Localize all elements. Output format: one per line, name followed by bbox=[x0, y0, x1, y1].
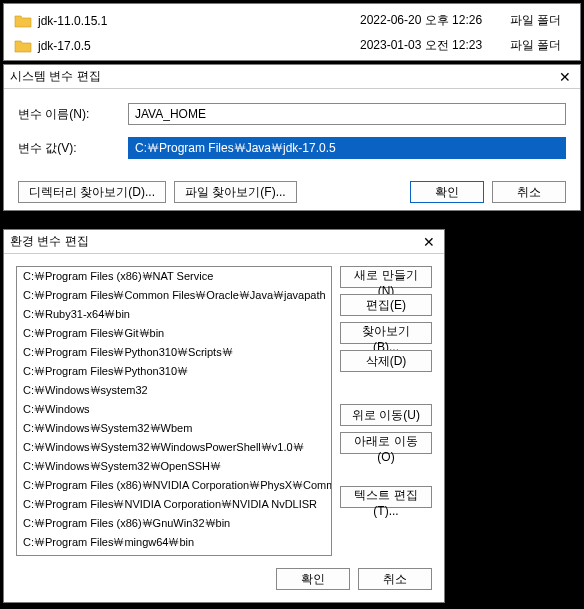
folder-icon bbox=[14, 39, 32, 53]
move-up-button[interactable]: 위로 이동(U) bbox=[340, 404, 432, 426]
list-item[interactable]: C:￦Program Files￦Python310￦ bbox=[17, 362, 331, 381]
list-item[interactable]: C:￦ProgramData￦Anaconda3￦Scripts bbox=[17, 552, 331, 555]
dialog-title: 시스템 변수 편집 bbox=[10, 68, 556, 85]
browse-button[interactable]: 찾아보기(B)... bbox=[340, 322, 432, 344]
folder-icon bbox=[14, 14, 32, 28]
list-item[interactable]: C:￦Windows￦system32 bbox=[17, 381, 331, 400]
list-item[interactable]: C:￦Windows bbox=[17, 400, 331, 419]
file-name: jdk-11.0.15.1 bbox=[38, 14, 360, 28]
file-row[interactable]: jdk-17.0.52023-01-03 오전 12:23파일 폴더 bbox=[4, 33, 580, 58]
list-item[interactable]: C:￦Windows￦System32￦OpenSSH￦ bbox=[17, 457, 331, 476]
list-item[interactable]: C:￦Program Files￦mingw64￦bin bbox=[17, 533, 331, 552]
list-item[interactable]: C:￦Program Files￦NVIDIA Corporation￦NVID… bbox=[17, 495, 331, 514]
list-item[interactable]: C:￦Ruby31-x64￦bin bbox=[17, 305, 331, 324]
close-icon[interactable]: ✕ bbox=[420, 234, 438, 250]
file-date: 2022-06-20 오후 12:26 bbox=[360, 12, 510, 29]
env-variable-dialog: 환경 변수 편집 ✕ C:￦Program Files (x86)￦NAT Se… bbox=[3, 229, 445, 603]
ok-button[interactable]: 확인 bbox=[276, 568, 350, 590]
list-item[interactable]: C:￦Program Files￦Common Files￦Oracle￦Jav… bbox=[17, 286, 331, 305]
list-item[interactable]: C:￦Program Files￦Python310￦Scripts￦ bbox=[17, 343, 331, 362]
edit-button[interactable]: 편집(E) bbox=[340, 294, 432, 316]
browse-file-button[interactable]: 파일 찾아보기(F)... bbox=[174, 181, 297, 203]
browse-dir-button[interactable]: 디렉터리 찾아보기(D)... bbox=[18, 181, 166, 203]
file-row[interactable]: jdk-11.0.15.12022-06-20 오후 12:26파일 폴더 bbox=[4, 8, 580, 33]
file-type: 파일 폴더 bbox=[510, 37, 580, 54]
var-value-input[interactable] bbox=[128, 137, 566, 159]
list-item[interactable]: C:￦Windows￦System32￦WindowsPowerShell￦v1… bbox=[17, 438, 331, 457]
cancel-button[interactable]: 취소 bbox=[492, 181, 566, 203]
list-item[interactable]: C:￦Program Files (x86)￦NVIDIA Corporatio… bbox=[17, 476, 331, 495]
var-name-label: 변수 이름(N): bbox=[18, 106, 128, 123]
list-item[interactable]: C:￦Program Files (x86)￦GnuWin32￦bin bbox=[17, 514, 331, 533]
move-down-button[interactable]: 아래로 이동(O) bbox=[340, 432, 432, 454]
side-buttons: 새로 만들기(N) 편집(E) 찾아보기(B)... 삭제(D) 위로 이동(U… bbox=[340, 266, 432, 556]
close-icon[interactable]: ✕ bbox=[556, 69, 574, 85]
cancel-button[interactable]: 취소 bbox=[358, 568, 432, 590]
dialog-titlebar: 환경 변수 편집 ✕ bbox=[4, 230, 444, 254]
list-item[interactable]: C:￦Windows￦System32￦Wbem bbox=[17, 419, 331, 438]
file-name: jdk-17.0.5 bbox=[38, 39, 360, 53]
list-item[interactable]: C:￦Program Files￦Git￦bin bbox=[17, 324, 331, 343]
var-value-label: 변수 값(V): bbox=[18, 140, 128, 157]
delete-button[interactable]: 삭제(D) bbox=[340, 350, 432, 372]
file-list-panel: jdk-11.0.15.12022-06-20 오후 12:26파일 폴더jdk… bbox=[3, 3, 581, 61]
system-variable-dialog: 시스템 변수 편집 ✕ 변수 이름(N): 변수 값(V): 디렉터리 찾아보기… bbox=[3, 64, 581, 211]
text-edit-button[interactable]: 텍스트 편집(T)... bbox=[340, 486, 432, 508]
dialog-title: 환경 변수 편집 bbox=[10, 233, 420, 250]
file-type: 파일 폴더 bbox=[510, 12, 580, 29]
path-listbox[interactable]: C:￦Program Files (x86)￦NAT ServiceC:￦Pro… bbox=[16, 266, 332, 556]
dialog-titlebar: 시스템 변수 편집 ✕ bbox=[4, 65, 580, 89]
file-date: 2023-01-03 오전 12:23 bbox=[360, 37, 510, 54]
new-button[interactable]: 새로 만들기(N) bbox=[340, 266, 432, 288]
list-item[interactable]: C:￦Program Files (x86)￦NAT Service bbox=[17, 267, 331, 286]
var-name-input[interactable] bbox=[128, 103, 566, 125]
ok-button[interactable]: 확인 bbox=[410, 181, 484, 203]
